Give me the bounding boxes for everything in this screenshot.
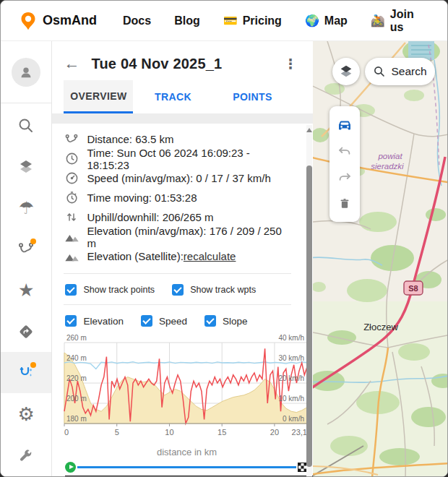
detail-text: Elevation (min/avg/max): 176 / 209 / 250… (87, 225, 291, 249)
globe-icon: 🌍 (305, 14, 319, 27)
svg-text:30 km/h: 30 km/h (279, 354, 305, 362)
tab-points[interactable]: POINTS (212, 80, 292, 113)
brand[interactable]: OsmAnd (20, 12, 97, 30)
checkbox-elevation[interactable]: Elevation (65, 315, 124, 327)
settings-icon: ⚙ (18, 405, 35, 424)
layers-icon (338, 64, 354, 80)
undo-button[interactable] (337, 145, 353, 160)
detail-text: Uphill/downhill: 206/265 m (87, 211, 213, 223)
checkbox-slope[interactable]: Slope (204, 315, 248, 327)
scrollbar-thumb[interactable] (306, 166, 312, 467)
svg-text:200 m: 200 m (66, 395, 87, 403)
track-detail-row: Elevation (min/avg/max): 176 / 209 / 250… (64, 227, 291, 246)
recalculate-link[interactable]: recalculate (184, 250, 236, 262)
delete-button[interactable] (337, 197, 352, 211)
checkbox-icon[interactable] (65, 315, 77, 327)
panel-scrollbar[interactable] (306, 125, 312, 477)
track-detail-row: Time moving: 01:53:28 (64, 188, 291, 207)
svg-text:220 m: 220 m (66, 374, 87, 382)
play-button[interactable] (65, 462, 76, 473)
checkbox-icon[interactable] (204, 315, 216, 327)
sidebar-item-search[interactable] (1, 105, 51, 146)
sidebar-item-tracks[interactable] (1, 228, 51, 270)
detail-text: Distance: 63.5 km (87, 133, 173, 145)
svg-text:260 m: 260 m (66, 334, 87, 342)
track-detail-row: Elevation (Satellite): recalculate (64, 246, 291, 266)
detail-text: Speed (min/avg/max): 0 / 17 / 37 km/h (87, 172, 270, 184)
speedometer-icon (64, 171, 79, 186)
scroll-area-top-strip (52, 113, 313, 124)
slider-track[interactable] (77, 466, 296, 468)
svg-text:240 m: 240 m (66, 354, 87, 362)
tab-overview[interactable]: OVERVIEW (64, 80, 133, 113)
sidebar-item-layers[interactable] (1, 146, 51, 187)
notification-dot (30, 239, 36, 244)
detail-text: Time: Sun Oct 06 2024 16:09:23 - 18:15:2… (87, 147, 291, 171)
map-view[interactable]: S8 powiat sieradzki Złoczew Search (313, 41, 447, 477)
map-town-label: Złoczew (364, 322, 399, 332)
svg-text:0: 0 (64, 428, 69, 437)
svg-text:powiat: powiat (378, 152, 403, 160)
car-profile-button[interactable] (336, 117, 353, 134)
back-arrow-icon[interactable]: ← (64, 54, 82, 73)
detail-text: Elevation (Satellite): (87, 250, 183, 262)
track-play-slider (65, 461, 307, 473)
divider (64, 273, 291, 274)
checkbox-show-track-points[interactable]: Show track points (65, 284, 155, 296)
sidebar-item-weather[interactable]: ☂ (1, 187, 51, 228)
svg-text:23,1: 23,1 (292, 428, 307, 437)
svg-text:180 m: 180 m (66, 415, 87, 423)
redo-button[interactable] (337, 171, 353, 186)
nav-pricing[interactable]: 💳Pricing (223, 14, 282, 27)
checkbox-speed[interactable]: Speed (141, 315, 187, 327)
chart-x-axis-label: distance in km (64, 447, 309, 457)
tab-track[interactable]: TRACK (133, 80, 212, 113)
left-sidebar: ☂★⚙ (1, 41, 52, 477)
svg-text:20: 20 (270, 428, 279, 437)
clock-icon (64, 152, 79, 166)
chart-series-checkbox-row: ElevationSpeedSlope (64, 312, 291, 328)
sidebar-item-tools[interactable] (1, 434, 51, 476)
elevation-speed-chart[interactable]: 260 m240 m220 m200 m180 m40 km/h30 km/h2… (62, 332, 291, 445)
map-search-label: Search (391, 65, 426, 78)
nav-map[interactable]: 🌍Map (305, 14, 348, 27)
svg-text:sieradzki: sieradzki (371, 162, 405, 171)
map-search-button[interactable]: Search (365, 58, 435, 85)
navigation-icon (17, 323, 35, 340)
scrollbar-up-arrow-icon[interactable] (306, 128, 312, 132)
tools-icon (18, 447, 34, 463)
kebab-menu-icon[interactable]: ⋮ (277, 56, 303, 72)
divider (64, 304, 291, 305)
checkbox-icon[interactable] (65, 284, 77, 296)
svg-text:20 km/h: 20 km/h (279, 374, 305, 382)
track-detail-list: Distance: 63.5 kmTime: Sun Oct 06 2024 1… (64, 129, 291, 266)
stopwatch-icon (64, 191, 79, 205)
chart-canvas[interactable]: 260 m240 m220 m200 m180 m40 km/h30 km/h2… (62, 332, 309, 442)
sidebar-item-account[interactable] (1, 41, 51, 103)
nav-blog[interactable]: Blog (174, 14, 200, 27)
updown-arrows-icon (64, 210, 79, 225)
nav-join-us[interactable]: 🚵Join us (371, 8, 424, 34)
weather-icon: ☂ (18, 199, 34, 217)
checkbox-icon[interactable] (141, 315, 152, 327)
brand-name: OsmAnd (43, 13, 97, 28)
osmand-web-app: OsmAnd Docs Blog 💳Pricing 🌍Map 🚵Join us … (0, 0, 448, 477)
sidebar-item-favorites[interactable]: ★ (1, 270, 51, 311)
sidebar-item-cloud-tracks[interactable] (1, 352, 51, 393)
checkbox-label: Elevation (83, 316, 124, 327)
avatar (12, 58, 40, 87)
map-tool-panel (329, 106, 360, 222)
sidebar-item-settings[interactable]: ⚙ (1, 393, 51, 434)
nav-docs[interactable]: Docs (123, 14, 151, 27)
layers-icon (17, 158, 35, 176)
checkbox-show-track-wpts[interactable]: Show track wpts (172, 284, 256, 296)
sidebar-item-navigation[interactable] (1, 311, 51, 352)
checkbox-icon[interactable] (172, 284, 184, 296)
track-detail-row: Speed (min/avg/max): 0 / 17 / 37 km/h (64, 168, 291, 188)
slope-line (64, 362, 307, 369)
svg-text:5: 5 (115, 428, 119, 437)
show-track-checkbox-row: Show track pointsShow track wpts (64, 281, 291, 297)
svg-text:0 km/h: 0 km/h (283, 415, 304, 423)
notification-dot (30, 362, 36, 368)
panel-tabs: OVERVIEW TRACK POINTS (52, 80, 313, 113)
